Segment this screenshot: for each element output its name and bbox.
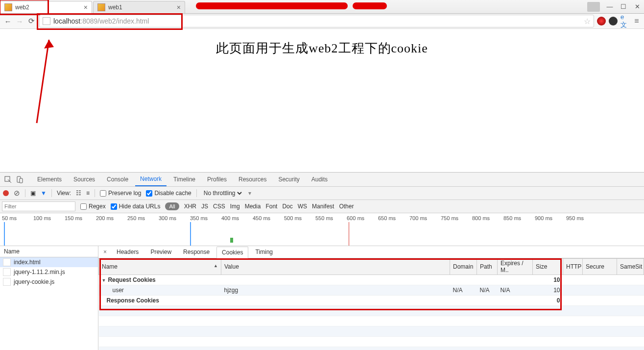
cookies-header-row[interactable]: Name Value Domain Path Expires / M.. Siz… xyxy=(99,259,644,275)
view-small-icon[interactable]: ≡ xyxy=(86,190,90,197)
inspect-element-icon[interactable] xyxy=(3,175,13,184)
browser-tab-web1[interactable]: web1 × xyxy=(93,1,185,13)
favicon-icon xyxy=(97,3,105,11)
filter-type-all[interactable]: All xyxy=(165,202,179,210)
col-expires: Expires / M.. xyxy=(498,259,533,275)
address-bar-row: ← → ⟳ localhost:8089/web2/index.html ☆ e… xyxy=(0,14,644,29)
devtools-tab-timeline[interactable]: Timeline xyxy=(168,173,200,186)
hide-data-urls-checkbox[interactable]: Hide data URLs xyxy=(111,203,161,210)
request-cookies-section[interactable]: Request Cookies 10 xyxy=(99,275,644,285)
favicon-icon xyxy=(4,3,12,11)
file-icon xyxy=(3,258,11,266)
col-domain: Domain xyxy=(450,259,477,275)
page-icon xyxy=(43,17,50,25)
maximize-button[interactable]: ☐ xyxy=(617,2,630,12)
detail-tab-timing[interactable]: Timing xyxy=(250,247,278,257)
cookies-table: Name Value Domain Path Expires / M.. Siz… xyxy=(98,258,644,350)
filter-type-css[interactable]: CSS xyxy=(213,203,225,210)
extension-icon[interactable]: e文 xyxy=(620,17,629,25)
network-filter-bar: Regex Hide data URLs All XHR JS CSS Img … xyxy=(0,200,644,213)
request-item-index[interactable]: index.html xyxy=(0,257,98,267)
col-size: Size xyxy=(533,259,563,275)
filter-type-ws[interactable]: WS xyxy=(298,203,307,210)
filter-type-js[interactable]: JS xyxy=(201,203,208,210)
page-content: 此页面用于生成web2工程下的cookie xyxy=(0,40,644,172)
profile-avatar-icon[interactable] xyxy=(587,2,600,12)
clear-button[interactable]: ⊘ xyxy=(14,189,20,198)
extension-icon[interactable] xyxy=(609,17,618,25)
timeline-ticks: 50 ms100 ms 150 ms200 ms 250 ms300 ms 35… xyxy=(0,213,644,221)
filter-type-img[interactable]: Img xyxy=(230,203,240,210)
menu-icon[interactable]: ≡ xyxy=(632,17,641,25)
record-button[interactable] xyxy=(3,190,9,196)
cookie-row-user[interactable]: user hjzgg N/A N/A N/A 10 xyxy=(99,285,644,296)
close-detail-icon[interactable]: × xyxy=(100,249,110,255)
close-tab-icon[interactable]: × xyxy=(84,4,88,11)
devtools-tab-profiles[interactable]: Profiles xyxy=(202,173,232,186)
filter-toggle-icon[interactable]: ▼ xyxy=(41,190,47,197)
extension-icon[interactable] xyxy=(597,17,606,25)
request-item-jquery-cookie[interactable]: jquery-cookie.js xyxy=(0,277,98,287)
annotation-arrow xyxy=(29,40,59,128)
filter-type-doc[interactable]: Doc xyxy=(282,203,292,210)
detail-tab-cookies[interactable]: Cookies xyxy=(216,247,248,258)
tab-title: web2 xyxy=(15,4,29,11)
devtools-tab-sources[interactable]: Sources xyxy=(69,173,100,186)
browser-tab-web2[interactable]: web2 × xyxy=(0,1,92,13)
extension-icons: e文 ≡ xyxy=(596,17,642,25)
cookies-table-wrap: Name Value Domain Path Expires / M.. Siz… xyxy=(98,258,644,350)
network-lower-pane: Name index.html jquery-1.11.2.min.js jqu… xyxy=(0,246,644,350)
annotation-smear xyxy=(196,2,348,9)
response-cookies-section[interactable]: Response Cookies 0 xyxy=(99,296,644,306)
filter-type-manifest[interactable]: Manifest xyxy=(312,203,334,210)
preserve-log-checkbox[interactable]: Preserve log xyxy=(100,190,141,197)
devtools-tab-elements[interactable]: Elements xyxy=(32,173,67,186)
reload-button[interactable]: ⟳ xyxy=(25,15,37,27)
col-samesite: SameSit xyxy=(617,259,644,275)
address-path: :8089/web2/index.html xyxy=(80,17,149,25)
devtools-tab-audits[interactable]: Audits xyxy=(307,173,333,186)
col-value: Value xyxy=(221,259,450,275)
close-window-button[interactable]: ✕ xyxy=(630,2,644,12)
svg-line-0 xyxy=(37,40,49,123)
filter-type-xhr[interactable]: XHR xyxy=(184,203,196,210)
device-mode-icon[interactable] xyxy=(15,175,24,184)
minimize-button[interactable]: — xyxy=(603,2,617,12)
network-timeline[interactable]: 50 ms100 ms 150 ms200 ms 250 ms300 ms 35… xyxy=(0,213,644,246)
filter-type-other[interactable]: Other xyxy=(339,203,354,210)
throttling-select[interactable]: No throttling xyxy=(202,189,243,197)
svg-marker-1 xyxy=(44,40,54,49)
devtools-tab-network[interactable]: Network xyxy=(135,173,167,186)
request-item-jquery[interactable]: jquery-1.11.2.min.js xyxy=(0,267,98,277)
address-host: localhost xyxy=(53,17,80,25)
network-toolbar: ⊘ ▣ ▼ View: ☷ ≡ Preserve log Disable cac… xyxy=(0,187,644,200)
filter-input[interactable] xyxy=(2,201,75,211)
devtools-tab-security[interactable]: Security xyxy=(273,173,304,186)
col-http: HTTP xyxy=(563,259,583,275)
close-tab-icon[interactable]: × xyxy=(177,4,181,11)
forward-button[interactable]: → xyxy=(14,15,25,27)
filter-type-font[interactable]: Font xyxy=(265,203,277,210)
devtools-tab-console[interactable]: Console xyxy=(102,173,133,186)
capture-screenshot-icon[interactable]: ▣ xyxy=(30,190,36,197)
col-name: Name xyxy=(99,259,221,275)
regex-checkbox[interactable]: Regex xyxy=(80,203,106,210)
file-icon xyxy=(3,278,11,286)
devtools-tab-bar: Elements Sources Console Network Timelin… xyxy=(0,173,644,187)
col-path: Path xyxy=(477,259,498,275)
detail-tab-headers[interactable]: Headers xyxy=(112,247,143,257)
disable-cache-checkbox[interactable]: Disable cache xyxy=(146,190,191,197)
tab-title: web1 xyxy=(108,4,122,11)
bookmark-star-icon[interactable]: ☆ xyxy=(584,17,591,26)
browser-tab-strip: web2 × web1 × — ☐ ✕ xyxy=(0,0,644,14)
request-list-header[interactable]: Name xyxy=(0,246,98,257)
request-detail-panel: × Headers Preview Response Cookies Timin… xyxy=(98,246,644,350)
address-bar[interactable]: localhost:8089/web2/index.html ☆ xyxy=(39,15,594,27)
detail-tab-preview[interactable]: Preview xyxy=(145,247,176,257)
view-large-icon[interactable]: ☷ xyxy=(76,190,81,197)
devtools-tab-resources[interactable]: Resources xyxy=(234,173,271,186)
back-button[interactable]: ← xyxy=(2,15,14,27)
filter-type-media[interactable]: Media xyxy=(245,203,261,210)
detail-tab-response[interactable]: Response xyxy=(178,247,215,257)
annotation-smear xyxy=(353,2,387,9)
